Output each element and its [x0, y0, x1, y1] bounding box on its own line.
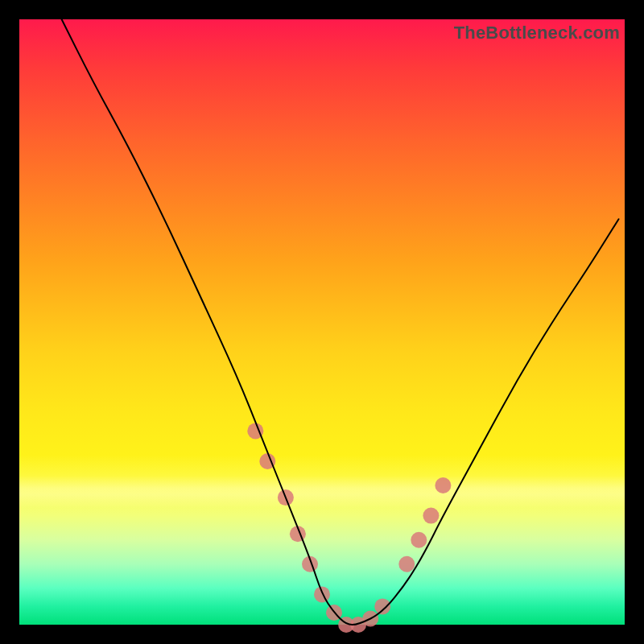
highlight-dot	[314, 586, 330, 602]
highlight-dot	[374, 598, 390, 614]
highlight-dot	[435, 477, 451, 493]
bottleneck-curve-line	[62, 19, 619, 625]
highlight-dots-group	[247, 423, 451, 633]
highlight-dot	[411, 532, 427, 548]
highlight-dot	[398, 556, 415, 572]
watermark-text: TheBottleneck.com	[454, 23, 620, 43]
chart-svg	[19, 19, 625, 625]
highlight-dot	[423, 508, 439, 524]
chart-frame: TheBottleneck.com	[19, 19, 625, 625]
